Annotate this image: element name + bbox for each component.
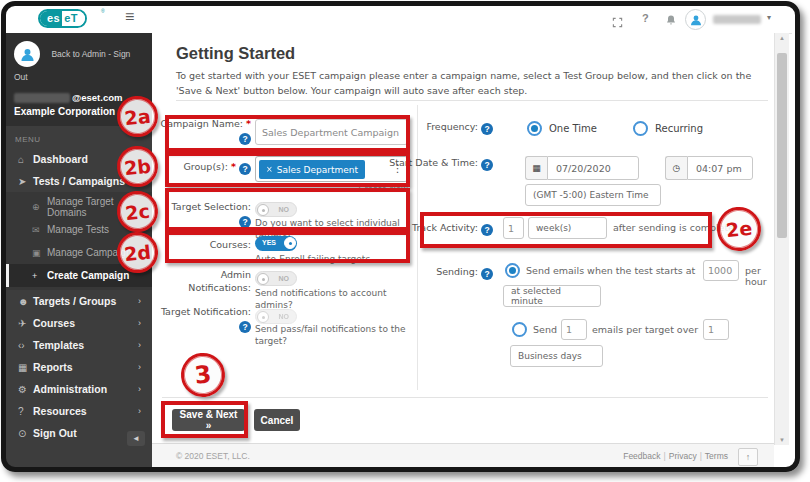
sending-option2-radio[interactable] <box>512 322 527 337</box>
frequency-one-time-radio[interactable] <box>527 121 542 136</box>
scroll-down-icon[interactable]: ▼ <box>775 437 789 443</box>
sending-option2-prefix: Send <box>533 324 557 335</box>
sidebar-item-courses[interactable]: ✈ Courses › <box>6 312 152 334</box>
track-activity-value-input[interactable] <box>503 217 524 239</box>
page-description: To get started with your ESET campaign p… <box>176 69 768 98</box>
sidebar-item-create-campaign[interactable]: + Create Campaign <box>6 264 152 287</box>
campaign-name-input[interactable] <box>255 119 408 145</box>
sidebar-item-reports[interactable]: ▦ Reports › <box>6 356 152 378</box>
chevron-right-icon: › <box>138 362 141 372</box>
timezone-select[interactable]: (GMT -5:00) Eastern Time <box>525 184 661 206</box>
chevron-right-icon: › <box>138 340 141 350</box>
toggle-knob <box>284 237 296 249</box>
remove-tag-icon[interactable]: × <box>266 165 273 174</box>
arrow-up-icon: ↑ <box>746 452 751 462</box>
cancel-button[interactable]: Cancel <box>254 409 300 431</box>
eset-logo-right: eT <box>62 11 85 26</box>
frequency-recurring-label: Recurring <box>655 123 703 134</box>
user-menu-caret-icon[interactable]: ▾ <box>767 13 771 22</box>
target-notification-toggle[interactable]: NO <box>255 309 297 324</box>
sidebar-item-templates[interactable]: ‹› Templates › <box>6 334 152 356</box>
scroll-to-top-button[interactable]: ↑ <box>738 448 758 466</box>
track-activity-unit-select[interactable]: week(s) <box>528 217 607 239</box>
sidebar-item-manage-tests[interactable]: ✉ Manage Tests <box>6 218 152 241</box>
chevron-right-icon: › <box>138 384 141 394</box>
power-icon: ⊙ <box>18 428 33 439</box>
target-selection-help-icon[interactable]: ? <box>239 216 251 228</box>
link-separator: | <box>664 451 666 461</box>
sending-days-select[interactable]: Business days <box>510 345 603 367</box>
save-next-button[interactable]: Save & Next » <box>172 409 245 431</box>
start-date-time-help-icon[interactable]: ? <box>481 159 493 171</box>
sidebar-item-targets-groups[interactable]: ☻ Targets / Groups › <box>6 290 152 312</box>
groups-label: Group(s): * ? <box>160 161 251 175</box>
sending-days-count-input[interactable] <box>703 319 729 340</box>
page-title: Getting Started <box>176 44 295 63</box>
notifications-bell-icon[interactable] <box>665 13 677 31</box>
sending-option1-prefix: Send emails when the test starts at <box>526 265 695 276</box>
start-time-value[interactable]: 04:07 pm <box>687 156 753 180</box>
target-notification-help-icon[interactable]: ? <box>239 321 251 333</box>
vertical-scrollbar[interactable]: ▲ ▼ <box>774 33 789 445</box>
privacy-link[interactable]: Privacy <box>669 451 697 461</box>
chevron-right-icon: › <box>138 406 141 416</box>
calendar-icon[interactable]: ▦ <box>525 156 547 180</box>
sidebar-item-label: Templates <box>33 339 84 351</box>
chart-icon: ▦ <box>18 362 33 373</box>
sending-emails-count-input[interactable] <box>561 319 587 340</box>
sidebar-collapse-button[interactable]: ◄ <box>127 431 145 446</box>
sidebar-item-manage-campaigns[interactable]: ▣ Manage Campaigns <box>6 241 152 264</box>
code-icon: ‹› <box>18 340 33 351</box>
frequency-one-time-label: One Time <box>549 123 597 134</box>
toggle-state-label: NO <box>279 275 290 282</box>
admin-notifications-toggle[interactable]: NO <box>255 271 297 286</box>
sending-rate-input[interactable] <box>703 260 739 281</box>
courses-helper: Auto-Enroll failing targets <box>255 254 413 266</box>
sending-option1-radio[interactable] <box>505 263 520 278</box>
start-date-value[interactable]: 07/20/2020 <box>547 156 639 180</box>
feedback-link[interactable]: Feedback <box>623 451 660 461</box>
groups-help-icon[interactable]: ? <box>239 163 251 175</box>
user-avatar[interactable] <box>685 9 706 30</box>
track-activity-help-icon[interactable]: ? <box>481 224 493 236</box>
help-icon[interactable]: ? <box>642 12 649 24</box>
fullscreen-icon[interactable] <box>612 14 623 32</box>
courses-toggle[interactable]: YES <box>255 236 297 251</box>
required-asterisk: * <box>231 161 236 172</box>
sidebar-item-label: Manage Target Domains <box>47 196 152 218</box>
terms-link[interactable]: Terms <box>705 451 728 461</box>
sidebar-item-label: Courses <box>33 317 75 329</box>
scrollbar-thumb[interactable] <box>777 53 787 238</box>
toggle-state-label: NO <box>279 313 290 320</box>
hamburger-menu-icon[interactable]: ≡ <box>125 8 134 26</box>
sidebar-item-tests-campaigns[interactable]: ➤ Tests / Campaigns ⌄ <box>6 170 152 192</box>
sending-help-icon[interactable]: ? <box>481 268 493 280</box>
company-name: Example Corporation <box>14 106 144 117</box>
column-divider <box>417 105 418 390</box>
sidebar-item-resources[interactable]: ? Resources › <box>6 400 152 422</box>
create-new-link[interactable]: Create New <box>302 184 408 194</box>
sidebar-item-dashboard[interactable]: ⌂ Dashboard <box>6 148 152 170</box>
clock-icon[interactable]: ◷ <box>665 156 687 180</box>
email-redacted <box>14 93 70 103</box>
target-selection-label: Target Selection: ? <box>160 201 251 228</box>
sidebar-item-label: Administration <box>33 383 107 395</box>
sidebar-item-label: Resources <box>33 405 87 417</box>
groups-multiselect[interactable]: × Sales Department ⋮ <box>255 156 408 182</box>
sidebar-item-label: Reports <box>33 361 73 373</box>
group-tag: × Sales Department <box>259 160 365 179</box>
sending-label: Sending: ? <box>389 266 493 280</box>
target-selection-toggle[interactable]: NO <box>255 202 297 217</box>
sidebar-item-administration[interactable]: ⚙ Administration › <box>6 378 152 400</box>
sending-option1-suffix: per hour <box>745 265 774 287</box>
track-activity-label: Track Activity: ? <box>389 222 493 236</box>
admin-notifications-label: Admin Notifications: <box>160 269 251 295</box>
frequency-help-icon[interactable]: ? <box>481 123 493 135</box>
sidebar-item-manage-target-domains[interactable]: ⊕ Manage Target Domains <box>6 195 152 218</box>
frequency-recurring-radio[interactable] <box>633 121 648 136</box>
scroll-up-icon[interactable]: ▲ <box>775 35 789 41</box>
sending-minute-select[interactable]: at selected minute <box>503 285 601 307</box>
campaign-name-help-icon[interactable]: ? <box>239 133 251 145</box>
toggle-knob <box>257 273 269 285</box>
footer: © 2020 ESET, LLC. Feedback|Privacy|Terms… <box>152 443 774 467</box>
